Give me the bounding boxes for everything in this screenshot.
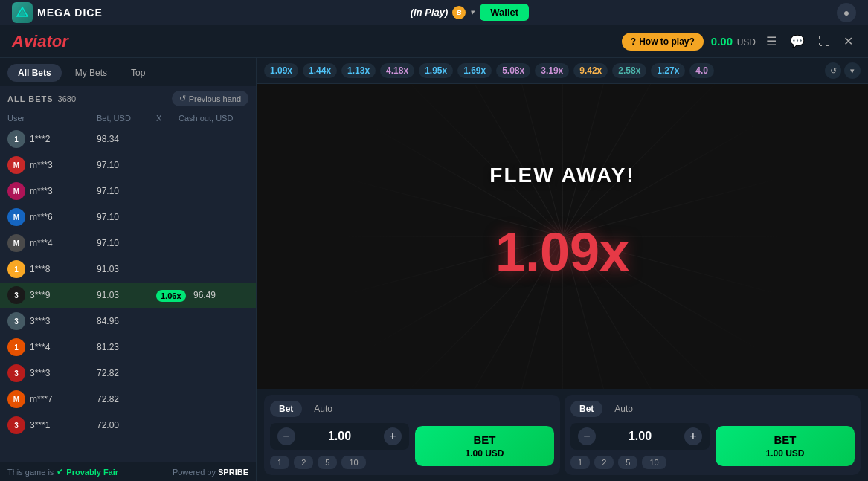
user-cell: 3 3***9 [7, 286, 97, 304]
multiplier-pill[interactable]: 2.58x [612, 63, 646, 78]
previous-hand-button[interactable]: ↺ Previous hand [172, 91, 248, 106]
bet-button-1[interactable]: BET 1.00 USD [415, 426, 554, 466]
username: 1***4 [30, 342, 50, 352]
bet-left-1: − 1.00 + 1 2 5 10 [270, 423, 409, 469]
multiplier-pill[interactable]: 9.42x [573, 63, 608, 78]
quick-2-1[interactable]: 2 [294, 456, 313, 469]
avatar: 3 [7, 416, 25, 434]
panel-2-collapse[interactable]: — [844, 403, 855, 415]
user-avatar[interactable]: ● [837, 3, 856, 22]
table-header: User Bet, USD X Cash out, USD [0, 111, 256, 126]
multiplier-pill[interactable]: 4.18x [380, 63, 414, 78]
bet-tab-2-auto[interactable]: Auto [605, 401, 642, 417]
history-expand-button[interactable]: ▾ [844, 62, 861, 79]
close-button[interactable]: ✕ [840, 31, 856, 51]
bet-row-layout-1: − 1.00 + 1 2 5 10 BET [270, 423, 554, 469]
bet-amount-cell: 98.34 [97, 134, 156, 144]
bet-row: M m***3 97.10 [0, 178, 256, 204]
username: m***4 [30, 238, 53, 248]
decrease-btn-1[interactable]: − [277, 427, 295, 445]
col-user: User [7, 114, 97, 123]
right-panel: 1.09x1.44x1.13x4.18x1.95x1.69x5.08x3.19x… [257, 58, 868, 481]
user-cell: 1 1***4 [7, 338, 97, 356]
multiplier-pill[interactable]: 1.44x [303, 63, 337, 78]
multiplier-pill[interactable]: 3.19x [535, 63, 569, 78]
pf-left: This game is ✔ Provably Fair [7, 467, 118, 477]
username: m***6 [30, 212, 53, 222]
how-to-play-button[interactable]: ? How to play? [622, 33, 704, 51]
wallet-button[interactable]: Wallet [480, 4, 529, 21]
multiplier-pill[interactable]: 1.09x [264, 63, 298, 78]
increase-btn-2[interactable]: + [684, 427, 702, 445]
in-play-badge: (In Play) B ▾ [411, 6, 475, 19]
multiplier-pill[interactable]: 1.13x [341, 63, 376, 78]
bet-button-2[interactable]: BET 1.00 USD [716, 426, 855, 466]
history-back-button[interactable]: ↺ [825, 62, 841, 79]
user-cell: 3 3***1 [7, 416, 97, 434]
bet-row: 1 1***4 81.23 [0, 335, 256, 361]
bets-tabs: All Bets My Bets Top [0, 58, 256, 86]
decrease-btn-2[interactable]: − [578, 427, 596, 445]
bet-row: 3 3***9 91.03 1.06x 96.49 [0, 283, 256, 309]
bet-amount-cell: 97.10 [97, 160, 156, 170]
history-controls: ↺ ▾ [825, 62, 861, 79]
multiplier-cell: 1.06x [156, 290, 193, 301]
provably-fair-footer: This game is ✔ Provably Fair Powered by … [0, 462, 256, 481]
coin-icon: B [452, 6, 466, 19]
chat-button[interactable]: 💬 [787, 31, 808, 51]
tab-all-bets[interactable]: All Bets [7, 64, 62, 82]
multiplier-pill[interactable]: 1.69x [457, 63, 492, 78]
bet-panel-2-tabs: Bet Auto [570, 401, 642, 417]
increase-btn-1[interactable]: + [384, 427, 402, 445]
quick-5-1[interactable]: 5 [318, 456, 337, 469]
avatar: 1 [7, 130, 25, 148]
question-icon: ? [631, 36, 636, 47]
main-layout: All Bets My Bets Top ALL BETS 3680 ↺ Pre… [0, 58, 868, 481]
fullscreen-button[interactable]: ⛶ [815, 32, 833, 51]
user-cell: M m***7 [7, 390, 97, 408]
quick-1-2[interactable]: 1 [570, 456, 590, 469]
bet-row: M m***6 97.10 [0, 204, 256, 230]
tab-top[interactable]: Top [120, 64, 155, 82]
avatar: 3 [7, 286, 25, 304]
logo-text: MEGA DICE [37, 7, 103, 19]
bet-row: 3 3***3 72.82 [0, 361, 256, 387]
game-canvas: FLEW AWAY! 1.09x [257, 84, 868, 389]
multiplier-pill[interactable]: 1.27x [651, 63, 685, 78]
quick-2-2[interactable]: 2 [594, 456, 614, 469]
bet-amount-cell: 72.00 [97, 420, 156, 430]
user-cell: 1 1***2 [7, 130, 97, 148]
chevron-down-icon[interactable]: ▾ [470, 8, 474, 16]
avatar: 1 [7, 260, 25, 278]
multiplier-pill[interactable]: 5.08x [496, 63, 530, 78]
bet-panel-2: Bet Auto — − 1.00 + 1 2 [565, 395, 861, 475]
bet-amount-cell: 72.82 [97, 368, 156, 378]
tab-my-bets[interactable]: My Bets [65, 64, 118, 82]
bets-count: 3680 [58, 94, 76, 103]
quick-1-1[interactable]: 1 [270, 456, 289, 469]
bet-tab-2-bet[interactable]: Bet [570, 401, 602, 417]
bet-row-layout-2: − 1.00 + 1 2 5 10 BET [570, 423, 855, 469]
bet-tab-1-auto[interactable]: Auto [305, 401, 341, 417]
avatar: 1 [7, 338, 25, 356]
bet-tab-1-bet[interactable]: Bet [270, 401, 302, 417]
username: 1***2 [30, 134, 50, 144]
multiplier-pill[interactable]: 1.95x [419, 63, 453, 78]
history-icon: ↺ [179, 94, 186, 103]
quick-5-2[interactable]: 5 [618, 456, 637, 469]
bet-row: 3 3***3 84.96 [0, 309, 256, 335]
user-cell: 3 3***3 [7, 364, 97, 382]
bets-list: 1 1***2 98.34 M m***3 97.10 M m***3 97.1… [0, 126, 256, 462]
quick-10-2[interactable]: 10 [642, 456, 666, 469]
bet-amount-row-2: − 1.00 + [570, 423, 710, 450]
avatar: M [7, 182, 25, 200]
menu-button[interactable]: ☰ [763, 31, 779, 51]
all-bets-header: ALL BETS 3680 ↺ Previous hand [0, 86, 256, 111]
bet-amount-row-1: − 1.00 + [270, 423, 409, 450]
bet-amount-2: 1.00 [602, 430, 678, 443]
quick-10-1[interactable]: 10 [341, 456, 365, 469]
avatar: 3 [7, 364, 25, 382]
quick-amounts-1: 1 2 5 10 [270, 456, 409, 469]
multiplier-pill[interactable]: 4.0 [689, 63, 714, 78]
bet-amount-cell: 91.03 [97, 264, 156, 274]
